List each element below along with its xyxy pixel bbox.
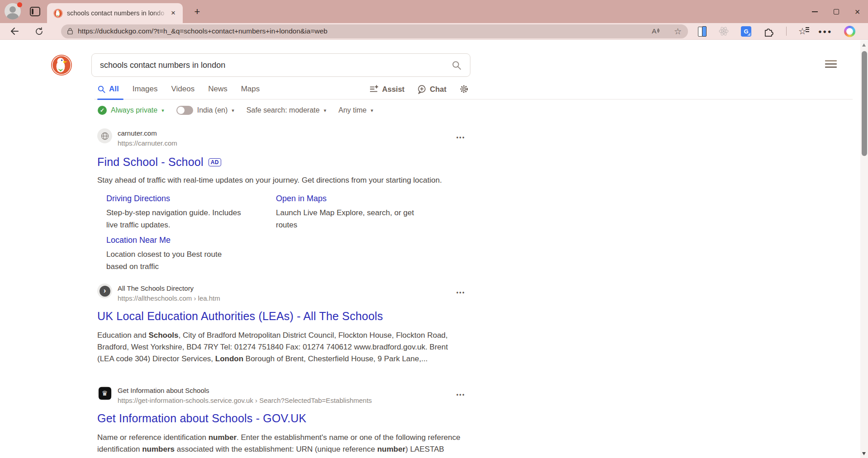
privacy-dropdown[interactable]: ✓ Always private ▾ bbox=[98, 106, 164, 115]
scrollbar-thumb[interactable] bbox=[862, 51, 867, 156]
extensions-puzzle-icon[interactable] bbox=[763, 26, 774, 37]
safe-search-dropdown[interactable]: Safe search: moderate ▾ bbox=[247, 106, 326, 114]
browser-titlebar: schools contact numbers in londo × + × bbox=[0, 0, 868, 23]
sitelink: Location Near Me Location closest to you… bbox=[106, 236, 276, 273]
search-result: › All The Schools Directory https://allt… bbox=[97, 283, 467, 365]
back-button[interactable] bbox=[9, 26, 20, 37]
tab-all[interactable]: All bbox=[97, 85, 119, 94]
search-result-ad: carnuter.com https://carnuter.com ••• Fi… bbox=[97, 128, 467, 273]
sitelink-title[interactable]: Driving Directions bbox=[106, 194, 170, 203]
sitelink: Driving Directions Step-by-step navigati… bbox=[106, 194, 276, 231]
toolbar-divider bbox=[786, 27, 787, 36]
result-options-icon[interactable]: ••• bbox=[456, 134, 467, 141]
tab-news[interactable]: News bbox=[208, 85, 228, 94]
profile-notification-dot bbox=[17, 2, 22, 7]
result-snippet: Education and Schools, City of Bradford … bbox=[97, 330, 465, 365]
menu-hamburger-icon[interactable] bbox=[825, 60, 837, 70]
copilot-icon[interactable] bbox=[844, 26, 855, 37]
globe-favicon-icon bbox=[97, 128, 112, 143]
tab-maps[interactable]: Maps bbox=[241, 85, 260, 94]
duckduckgo-favicon-icon bbox=[53, 9, 63, 18]
active-tab-underline bbox=[97, 99, 123, 100]
result-source[interactable]: All The Schools Directory bbox=[118, 283, 220, 292]
browser-tab[interactable]: schools contact numbers in londo × bbox=[47, 3, 183, 23]
sitelink-desc: Launch Live Map Explore, search, or get … bbox=[276, 207, 427, 231]
time-filter-dropdown[interactable]: Any time ▾ bbox=[338, 106, 373, 114]
scroll-down-icon[interactable] bbox=[862, 452, 866, 455]
address-bar[interactable]: A ☆ bbox=[61, 24, 688, 38]
sitelink-desc: Location closest to you Best route based… bbox=[106, 248, 237, 273]
arrow-favicon-icon: › bbox=[97, 283, 112, 298]
all-search-icon bbox=[97, 85, 106, 94]
settings-menu-icon[interactable]: ●●● bbox=[818, 28, 832, 35]
caret-down-icon: ▾ bbox=[324, 108, 327, 113]
result-source[interactable]: Get Information about Schools bbox=[118, 386, 372, 394]
refresh-icon bbox=[34, 27, 44, 36]
result-url[interactable]: https://get-information-schools.service.… bbox=[118, 397, 372, 404]
refresh-button[interactable] bbox=[34, 27, 44, 36]
browser-essentials-icon[interactable] bbox=[698, 26, 707, 37]
result-url[interactable]: https://alltheschools.com › lea.htm bbox=[118, 295, 220, 302]
read-aloud-icon[interactable]: A bbox=[651, 27, 661, 36]
assist-sparkle-icon bbox=[369, 85, 379, 94]
tab-images[interactable]: Images bbox=[133, 85, 158, 94]
sitelink: Open in Maps Launch Live Map Explore, se… bbox=[276, 194, 430, 231]
tab-title: schools contact numbers in londo bbox=[67, 9, 168, 17]
result-description: Stay ahead of traffic with real-time upd… bbox=[97, 176, 467, 185]
favorite-star-icon[interactable]: ☆ bbox=[674, 27, 682, 36]
avatar-head bbox=[9, 6, 16, 13]
caret-down-icon: ▾ bbox=[161, 108, 164, 113]
browser-toolbar: A ☆ G ☆ ●●● bbox=[0, 23, 868, 40]
result-url[interactable]: https://carnuter.com bbox=[118, 140, 177, 146]
close-window-button[interactable]: × bbox=[847, 0, 868, 23]
close-icon: × bbox=[855, 7, 860, 16]
new-tab-button[interactable]: + bbox=[191, 5, 204, 18]
caret-down-icon: ▾ bbox=[370, 108, 373, 113]
result-title-link[interactable]: UK Local Education Authorities (LEAs) - … bbox=[97, 310, 383, 323]
sitelink-desc: Step-by-step navigation guide. Includes … bbox=[106, 207, 249, 231]
privacy-check-icon: ✓ bbox=[98, 106, 107, 115]
svg-text:A: A bbox=[652, 27, 657, 35]
translate-extension-icon[interactable]: G bbox=[741, 26, 751, 37]
result-title-link[interactable]: Get Information about Schools - GOV.UK bbox=[97, 412, 306, 425]
sitelink-title[interactable]: Open in Maps bbox=[276, 194, 327, 203]
scroll-up-icon[interactable] bbox=[862, 43, 866, 47]
search-magnifier-icon[interactable] bbox=[451, 60, 462, 71]
assist-button[interactable]: Assist bbox=[369, 85, 405, 94]
result-options-icon[interactable]: ••• bbox=[456, 289, 467, 296]
back-arrow-icon bbox=[9, 26, 20, 37]
page-content: All Images Videos News Maps Assist Chat bbox=[0, 40, 860, 458]
ad-badge: AD bbox=[209, 158, 221, 166]
tab-videos[interactable]: Videos bbox=[171, 85, 194, 94]
page-scrollbar[interactable] bbox=[860, 40, 868, 458]
restore-button[interactable] bbox=[825, 0, 847, 23]
result-options-icon[interactable]: ••• bbox=[456, 392, 467, 398]
search-box[interactable] bbox=[91, 53, 470, 77]
avatar-body bbox=[7, 13, 19, 19]
tab-layout-icon[interactable] bbox=[30, 7, 40, 16]
caret-down-icon: ▾ bbox=[232, 108, 234, 113]
extension-atom-icon[interactable] bbox=[718, 26, 729, 37]
region-toggle[interactable] bbox=[176, 106, 193, 115]
chat-button[interactable]: Chat bbox=[417, 85, 446, 94]
nav-divider bbox=[94, 99, 853, 99]
minimize-icon bbox=[812, 11, 818, 12]
duckduckgo-logo[interactable] bbox=[51, 54, 72, 76]
restore-icon bbox=[834, 9, 839, 14]
tab-close-icon[interactable]: × bbox=[168, 8, 178, 18]
search-input[interactable] bbox=[100, 61, 451, 70]
search-settings-gear-icon[interactable] bbox=[459, 84, 469, 94]
sitelink-title[interactable]: Location Near Me bbox=[106, 236, 171, 245]
chat-bubble-icon bbox=[417, 85, 427, 94]
favorites-list-icon[interactable]: ☆ bbox=[798, 27, 806, 36]
region-dropdown[interactable]: India (en) ▾ bbox=[176, 106, 234, 115]
result-domain[interactable]: carnuter.com bbox=[118, 128, 177, 137]
govuk-favicon-icon: ♛ bbox=[97, 386, 112, 401]
result-snippet: Name or reference identification number.… bbox=[97, 432, 465, 458]
lock-icon[interactable] bbox=[66, 27, 74, 35]
search-result: ♛ Get Information about Schools https://… bbox=[97, 386, 467, 458]
minimize-button[interactable] bbox=[804, 0, 825, 23]
result-title-link[interactable]: Find School - School bbox=[97, 156, 204, 169]
url-input[interactable] bbox=[78, 27, 651, 35]
